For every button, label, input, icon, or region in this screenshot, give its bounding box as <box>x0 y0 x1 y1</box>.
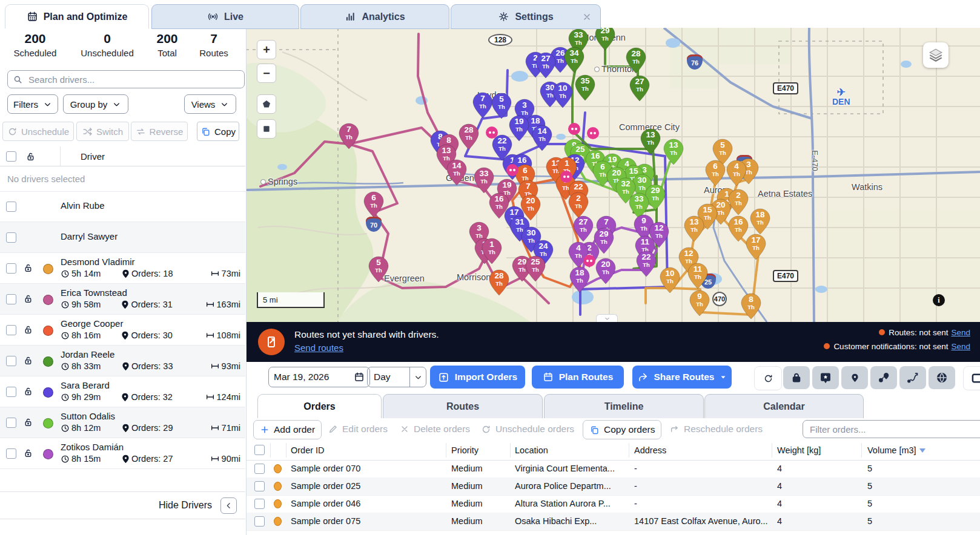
search-drivers-input[interactable] <box>7 70 245 88</box>
edit-orders-button[interactable]: Edit orders <box>322 420 394 438</box>
map-pin-stop[interactable]: 27Th <box>573 215 594 242</box>
zoom-out-button[interactable]: − <box>257 64 276 83</box>
cluster-badge[interactable] <box>583 255 595 267</box>
map-pin-stop[interactable]: 11Th <box>687 263 708 289</box>
map-pin-stop[interactable]: 20Th <box>595 258 616 284</box>
map-pin-stop[interactable]: 8Th <box>741 293 761 320</box>
rectangle-select-tool[interactable] <box>257 119 276 139</box>
refresh-button[interactable] <box>754 366 782 390</box>
driver-row[interactable]: Sara Berard 9h 29m Orders: 32 124mi <box>0 376 245 407</box>
import-orders-button[interactable]: Import Orders <box>430 366 525 389</box>
map-pin-stop[interactable]: 28Th <box>626 47 646 74</box>
select-all-checkbox[interactable] <box>6 151 16 162</box>
driver-row[interactable]: Zotikos Damián 8h 15m Orders: 27 90mi <box>0 438 245 469</box>
send-link[interactable]: Send <box>951 342 970 351</box>
panel-button[interactable] <box>963 366 980 390</box>
driver-row[interactable]: Sutton Odalis 8h 12m Orders: 29 71mi <box>0 407 245 438</box>
map-pin-stop[interactable]: 17Th <box>746 234 766 260</box>
cluster-badge[interactable] <box>568 123 580 135</box>
map-pin-stop[interactable]: 22Th <box>636 251 657 277</box>
order-checkbox[interactable] <box>254 481 265 491</box>
send-link[interactable]: Send <box>951 328 970 337</box>
map-pin-stop[interactable]: 14Th <box>532 125 552 151</box>
panel-tab-routes[interactable]: Routes <box>383 394 543 419</box>
sort-desc-icon[interactable] <box>919 448 925 453</box>
reverse-button[interactable]: Reverse <box>131 122 188 141</box>
driver-row[interactable]: Darryl Sawyer <box>0 222 245 253</box>
flag-marker-button[interactable] <box>812 366 839 389</box>
driver-checkbox[interactable] <box>6 202 16 212</box>
map-pin-stop[interactable]: 35Th <box>575 74 595 101</box>
driver-checkbox[interactable] <box>6 325 16 335</box>
driver-checkbox[interactable] <box>6 263 16 274</box>
group-by-dropdown[interactable]: Group by <box>63 94 128 114</box>
send-routes-link[interactable]: Send routes <box>294 343 343 353</box>
globe-button[interactable] <box>929 366 955 389</box>
map-pin-stop[interactable]: 5Th <box>368 256 389 283</box>
order-row[interactable]: Sample order 046 Medium Altura Station A… <box>246 495 980 513</box>
filters-dropdown[interactable]: Filters <box>7 94 58 114</box>
map-pin-stop[interactable]: 34Th <box>564 47 584 73</box>
driver-checkbox[interactable] <box>6 232 16 243</box>
map-pin-stop[interactable]: 7Th <box>339 123 359 149</box>
route-path-button[interactable] <box>899 366 926 389</box>
share-routes-button[interactable]: Share Routes <box>632 366 732 389</box>
panel-tab-orders[interactable]: Orders <box>257 394 382 419</box>
views-dropdown[interactable]: Views <box>184 94 236 114</box>
unschedule-orders-button[interactable]: Unschedule orders <box>475 420 580 438</box>
map-pin-stop[interactable]: 25Th <box>525 255 546 282</box>
map-pin-stop[interactable]: 13Th <box>663 139 684 165</box>
unschedule-button[interactable]: Unschedule <box>2 122 74 141</box>
add-order-button[interactable]: Add order <box>253 420 322 439</box>
route-pins-button[interactable] <box>870 366 897 389</box>
lock-button[interactable] <box>783 366 810 389</box>
driver-checkbox[interactable] <box>6 294 16 304</box>
select-all-orders-checkbox[interactable] <box>254 445 265 455</box>
cluster-badge[interactable] <box>486 126 498 139</box>
map-pin-stop[interactable]: 10Th <box>660 267 680 294</box>
map-pin-stop[interactable]: 2Th <box>728 189 749 215</box>
tab-plan-and-optimize[interactable]: Plan and Optimize <box>5 4 149 28</box>
driver-row[interactable]: Desmond Vladimir 5h 14m Orders: 18 73mi <box>0 253 245 284</box>
copy-button[interactable]: Copy <box>197 122 239 141</box>
panel-resize-handle[interactable] <box>596 314 618 322</box>
map-pin-stop[interactable]: 7Th <box>472 92 493 119</box>
map-info-button[interactable]: i <box>933 294 945 306</box>
map-pin-stop[interactable]: 6Th <box>363 191 384 218</box>
zoom-in-button[interactable]: + <box>257 40 276 59</box>
driver-checkbox[interactable] <box>6 356 16 366</box>
map-pin-stop[interactable]: 6Th <box>705 160 726 186</box>
close-icon[interactable] <box>582 5 592 28</box>
collapse-sidebar-button[interactable] <box>220 497 237 514</box>
map-pin-stop[interactable]: 4Th <box>726 160 747 186</box>
map-pin-stop[interactable]: 28Th <box>489 269 509 296</box>
driver-row[interactable]: Jordan Reele 8h 33m Orders: 33 93mi <box>0 346 245 376</box>
cluster-badge[interactable] <box>560 171 572 183</box>
map-pin-stop[interactable]: 28Th <box>459 123 479 150</box>
map-pin-button[interactable] <box>841 366 868 389</box>
cluster-badge[interactable] <box>506 164 518 176</box>
map-pin-stop[interactable]: 27Th <box>535 52 556 79</box>
routes-map[interactable]: 29Th 33Th 26Th 34Th 28Th 2Th 27Th 35Th 2… <box>246 28 980 322</box>
map-pin-stop[interactable]: 18Th <box>750 208 770 235</box>
tab-live[interactable]: Live <box>151 4 299 29</box>
map-pin-stop[interactable]: 2Th <box>568 192 589 218</box>
map-layers-button[interactable] <box>923 42 949 68</box>
driver-checkbox[interactable] <box>6 418 16 428</box>
map-pin-stop[interactable]: 29Th <box>595 28 615 51</box>
order-row[interactable]: Sample order 070 Medium Virginia Court E… <box>246 460 980 478</box>
map-pin-stop[interactable]: 27Th <box>629 75 650 102</box>
order-checkbox[interactable] <box>254 464 265 474</box>
driver-row[interactable]: Erica Townstead 9h 58m Orders: 31 163mi <box>0 284 245 315</box>
driver-checkbox[interactable] <box>6 387 16 397</box>
panel-tab-timeline[interactable]: Timeline <box>544 394 704 419</box>
switch-button[interactable]: Switch <box>76 122 129 141</box>
period-select[interactable]: Day <box>367 367 426 387</box>
reschedule-orders-button[interactable]: Reschedule orders <box>664 420 769 438</box>
polygon-select-tool[interactable] <box>257 94 276 114</box>
filter-orders-input[interactable] <box>803 420 980 438</box>
map-pin-stop[interactable]: 10Th <box>552 82 573 108</box>
tab-analytics[interactable]: Analytics <box>300 4 449 29</box>
map-pin-stop[interactable]: 33Th <box>474 167 494 194</box>
panel-tab-calendar[interactable]: Calendar <box>704 394 864 419</box>
